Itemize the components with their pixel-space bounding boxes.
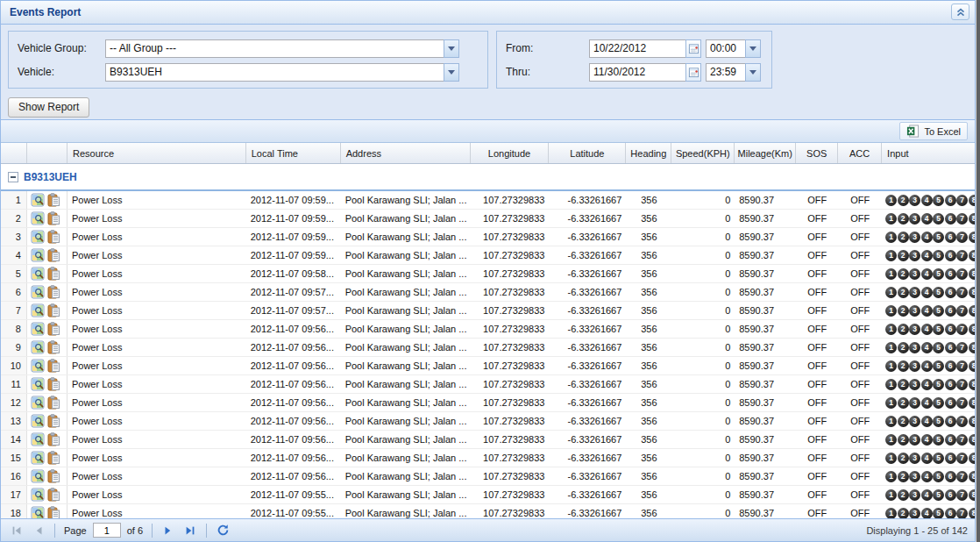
col-header-longitude[interactable]: Longitude <box>471 143 550 163</box>
col-header-latitude[interactable]: Latitude <box>549 143 626 163</box>
from-time-dropdown-trigger[interactable] <box>745 39 761 58</box>
speed-cell: 0 <box>671 431 735 448</box>
col-header-input[interactable]: Input <box>882 143 975 163</box>
table-row[interactable]: 4 Power Loss 2012-11-07 09:59... Pool Ka… <box>1 246 975 265</box>
show-on-map-icon[interactable] <box>31 285 45 299</box>
col-header-address[interactable]: Address <box>341 143 471 163</box>
show-on-map-icon[interactable] <box>31 414 45 428</box>
details-clipboard-icon[interactable] <box>46 359 60 373</box>
show-on-map-icon[interactable] <box>31 303 45 317</box>
show-on-map-icon[interactable] <box>31 469 45 483</box>
table-row[interactable]: 10 Power Loss 2012-11-07 09:56... Pool K… <box>1 357 975 375</box>
address-cell: Pool Karawang SLI; Jalan ... <box>341 431 471 448</box>
details-clipboard-icon[interactable] <box>46 506 60 518</box>
from-time-combo[interactable] <box>706 39 761 58</box>
show-on-map-icon[interactable] <box>31 322 45 336</box>
vehicle-group-dropdown-trigger[interactable] <box>444 39 459 58</box>
details-clipboard-icon[interactable] <box>46 322 60 336</box>
show-on-map-icon[interactable] <box>31 396 45 410</box>
details-clipboard-icon[interactable] <box>46 267 60 281</box>
thru-date-calendar-trigger[interactable] <box>685 63 701 82</box>
vehicle-group-combo[interactable] <box>105 39 459 58</box>
table-row[interactable]: 9 Power Loss 2012-11-07 09:56... Pool Ka… <box>1 339 975 357</box>
table-row[interactable]: 1 Power Loss 2012-11-07 09:59... Pool Ka… <box>1 191 975 210</box>
thru-time-combo[interactable] <box>706 63 761 82</box>
details-clipboard-icon[interactable] <box>46 451 60 465</box>
resource-cell: Power Loss <box>67 449 246 467</box>
details-clipboard-icon[interactable] <box>46 248 60 262</box>
vehicle-dropdown-trigger[interactable] <box>444 63 459 82</box>
table-row[interactable]: 2 Power Loss 2012-11-07 09:59... Pool Ka… <box>1 210 975 228</box>
table-row[interactable]: 18 Power Loss 2012-11-07 09:55... Pool K… <box>1 504 975 518</box>
col-header-resource[interactable]: Resource <box>67 143 246 163</box>
from-time-input[interactable] <box>706 39 745 58</box>
thru-time-dropdown-trigger[interactable] <box>745 63 761 82</box>
col-header-local-time[interactable]: Local Time <box>246 143 341 163</box>
speed-cell: 0 <box>671 486 735 503</box>
vehicle-group-input[interactable] <box>105 39 444 58</box>
show-on-map-icon[interactable] <box>31 359 45 373</box>
show-on-map-icon[interactable] <box>31 432 45 446</box>
prev-page-button[interactable] <box>30 522 47 539</box>
address-cell: Pool Karawang SLI; Jalan ... <box>341 412 471 430</box>
details-clipboard-icon[interactable] <box>46 303 60 317</box>
table-row[interactable]: 3 Power Loss 2012-11-07 09:59... Pool Ka… <box>1 228 975 246</box>
details-clipboard-icon[interactable] <box>46 414 60 428</box>
thru-time-input[interactable] <box>706 63 745 82</box>
collapse-panel-button[interactable] <box>951 4 969 20</box>
show-on-map-icon[interactable] <box>31 506 45 518</box>
show-report-button[interactable]: Show Report <box>8 97 89 118</box>
show-on-map-icon[interactable] <box>31 230 45 244</box>
group-collapse-icon[interactable] <box>8 172 18 182</box>
show-on-map-icon[interactable] <box>31 451 45 465</box>
details-clipboard-icon[interactable] <box>46 230 60 244</box>
refresh-button[interactable] <box>214 522 231 539</box>
latitude-cell: -6.33261667 <box>549 302 626 319</box>
from-date-field[interactable] <box>589 39 701 58</box>
table-row[interactable]: 11 Power Loss 2012-11-07 09:56... Pool K… <box>1 375 975 394</box>
col-header-speed[interactable]: Speed(KPH) <box>671 143 735 163</box>
first-page-button[interactable] <box>8 522 25 539</box>
to-excel-button[interactable]: To Excel <box>899 122 968 140</box>
next-page-button[interactable] <box>160 522 177 539</box>
show-on-map-icon[interactable] <box>31 488 45 502</box>
details-clipboard-icon[interactable] <box>46 285 60 299</box>
details-clipboard-icon[interactable] <box>46 193 60 207</box>
thru-date-input[interactable] <box>589 63 685 82</box>
show-on-map-icon[interactable] <box>31 340 45 354</box>
show-on-map-icon[interactable] <box>31 211 45 225</box>
vehicle-input[interactable] <box>105 63 444 82</box>
vehicle-combo[interactable] <box>105 63 459 82</box>
table-row[interactable]: 17 Power Loss 2012-11-07 09:55... Pool K… <box>1 486 975 504</box>
table-row[interactable]: 14 Power Loss 2012-11-07 09:56... Pool K… <box>1 431 975 449</box>
details-clipboard-icon[interactable] <box>46 432 60 446</box>
table-row[interactable]: 12 Power Loss 2012-11-07 09:56... Pool K… <box>1 394 975 412</box>
page-number-input[interactable] <box>93 523 121 538</box>
details-clipboard-icon[interactable] <box>46 211 60 225</box>
show-on-map-icon[interactable] <box>31 377 45 391</box>
details-clipboard-icon[interactable] <box>46 488 60 502</box>
from-date-calendar-trigger[interactable] <box>685 39 701 58</box>
last-page-button[interactable] <box>181 522 199 539</box>
table-row[interactable]: 7 Power Loss 2012-11-07 09:57... Pool Ka… <box>1 302 975 320</box>
details-clipboard-icon[interactable] <box>46 377 60 391</box>
details-clipboard-icon[interactable] <box>46 340 60 354</box>
table-row[interactable]: 13 Power Loss 2012-11-07 09:56... Pool K… <box>1 412 975 431</box>
show-on-map-icon[interactable] <box>31 193 45 207</box>
table-row[interactable]: 15 Power Loss 2012-11-07 09:56... Pool K… <box>1 449 975 467</box>
show-on-map-icon[interactable] <box>31 248 45 262</box>
col-header-sos[interactable]: SOS <box>796 143 838 163</box>
table-row[interactable]: 8 Power Loss 2012-11-07 09:56... Pool Ka… <box>1 320 975 339</box>
col-header-acc[interactable]: ACC <box>838 143 882 163</box>
thru-date-field[interactable] <box>589 63 701 82</box>
details-clipboard-icon[interactable] <box>46 396 60 410</box>
table-row[interactable]: 6 Power Loss 2012-11-07 09:57... Pool Ka… <box>1 283 975 302</box>
from-date-input[interactable] <box>589 39 685 58</box>
details-clipboard-icon[interactable] <box>46 469 60 483</box>
table-row[interactable]: 16 Power Loss 2012-11-07 09:56... Pool K… <box>1 467 975 486</box>
heading-cell: 356 <box>626 504 671 518</box>
col-header-mileage[interactable]: Mileage(Km) <box>735 143 796 163</box>
table-row[interactable]: 5 Power Loss 2012-11-07 09:58... Pool Ka… <box>1 265 975 283</box>
show-on-map-icon[interactable] <box>31 267 45 281</box>
col-header-heading[interactable]: Heading <box>626 143 671 163</box>
